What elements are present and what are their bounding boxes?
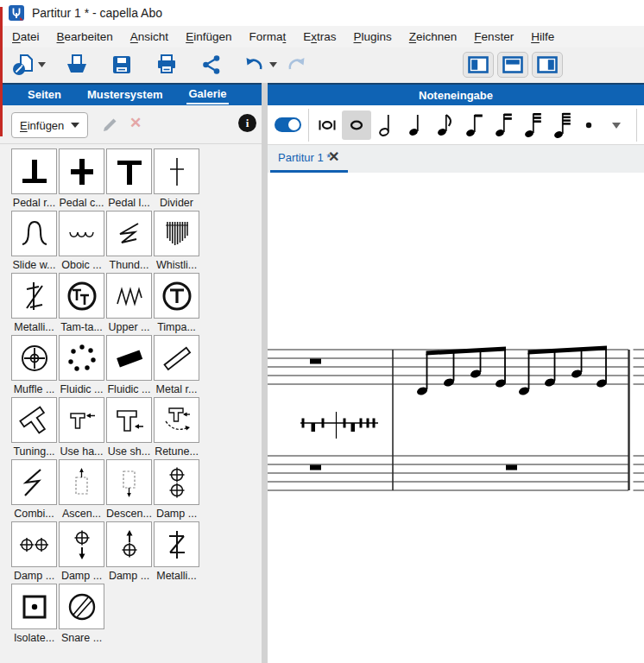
gallery-panel: Einfügen ✕ i Pedal r... Pedal c... Pedal…: [0, 105, 262, 663]
new-document-icon[interactable]: [12, 54, 35, 76]
info-icon[interactable]: i: [238, 114, 256, 132]
gallery-item[interactable]: Tam-ta...: [58, 273, 105, 335]
open-icon[interactable]: [66, 54, 88, 76]
gallery-item[interactable]: Pedal r...: [10, 148, 58, 211]
new-document-dropdown-icon[interactable]: [38, 62, 46, 67]
gallery-item[interactable]: Pedal c...: [58, 148, 105, 211]
view-panel-left-button[interactable]: [463, 52, 494, 78]
gallery-item[interactable]: Fluidic ...: [105, 335, 153, 397]
note-sixteenth-button[interactable]: [459, 110, 489, 140]
score-canvas[interactable]: [268, 173, 644, 663]
close-icon[interactable]: ✕: [328, 148, 339, 165]
fluidic-bar-icon: [111, 340, 148, 376]
gallery-item-label: Metal r...: [156, 383, 198, 395]
panel-splitter[interactable]: [262, 83, 268, 663]
save-icon[interactable]: [110, 54, 133, 76]
sixtyfourth-note-icon: [522, 112, 543, 138]
note-more-dropdown[interactable]: [606, 110, 627, 140]
gallery-item[interactable]: Snare ...: [58, 584, 105, 646]
dot-button[interactable]: [578, 110, 599, 140]
gallery-item[interactable]: Damp ...: [153, 459, 200, 521]
gallery-item-label: Metalli...: [14, 321, 54, 333]
noteneingabe-header: Noteneingabe: [268, 85, 644, 105]
main-toolbar: [0, 47, 644, 83]
document-tab-strip: Partitur 1 * ✕: [268, 145, 644, 173]
gallery-item[interactable]: Muffle ...: [10, 335, 58, 397]
gallery-item[interactable]: Timpa...: [153, 273, 200, 335]
eighth-note-icon: [434, 112, 455, 138]
tam-tam-icon: [64, 278, 100, 314]
gallery-item[interactable]: Slide w...: [10, 211, 58, 273]
note-eighth-button[interactable]: [430, 110, 459, 140]
gallery-item[interactable]: Metalli...: [153, 521, 200, 584]
metallic-scrape-icon: [16, 278, 53, 314]
toggle-knob: [288, 119, 300, 130]
timpani-icon: [159, 278, 195, 314]
menu-bearbeiten[interactable]: Bearbeiten: [48, 30, 122, 43]
gallery-item[interactable]: Metal r...: [153, 335, 200, 397]
insert-dropdown-button[interactable]: Einfügen: [11, 112, 88, 138]
menu-extras[interactable]: Extras: [294, 30, 344, 43]
menu-ansicht[interactable]: Ansicht: [122, 30, 177, 43]
gallery-item-label: Slide w...: [12, 259, 55, 271]
gallery-item[interactable]: Whistli...: [153, 211, 200, 273]
tab-galerie[interactable]: Galerie: [186, 85, 228, 104]
undo-icon[interactable]: [243, 54, 266, 76]
gallery-item[interactable]: Metalli...: [10, 273, 58, 335]
share-icon[interactable]: [200, 54, 223, 76]
gallery-item[interactable]: Use sh...: [105, 397, 153, 459]
gallery-item-label: Muffle ...: [14, 383, 55, 395]
document-tab[interactable]: Partitur 1 *: [278, 151, 331, 164]
menu-zeichnen[interactable]: Zeichnen: [401, 30, 466, 43]
slide-whistle-icon: [16, 216, 53, 252]
gallery-item[interactable]: Damp ...: [10, 521, 58, 584]
note-thirtysecond-button[interactable]: [489, 110, 518, 140]
gallery-item[interactable]: Isolate...: [10, 584, 58, 646]
metal-rod-icon: [159, 340, 195, 376]
quarter-note-icon: [405, 112, 426, 138]
thunder-zigzag-icon: [111, 216, 148, 252]
toolbar-separator: [636, 109, 637, 142]
gallery-item[interactable]: Damp ...: [105, 521, 153, 584]
print-icon[interactable]: [155, 54, 178, 76]
menu-fenster[interactable]: Fenster: [465, 30, 522, 43]
note-128th-button[interactable]: [547, 110, 577, 140]
gallery-item[interactable]: Oboic ...: [58, 211, 105, 273]
gallery-item[interactable]: Combi...: [10, 459, 58, 521]
menu-einfuegen[interactable]: Einfügen: [177, 30, 240, 43]
gallery-item[interactable]: Damp ...: [58, 521, 105, 584]
gallery-item[interactable]: Upper ...: [105, 273, 153, 335]
gallery-item[interactable]: Thund...: [105, 211, 153, 273]
gallery-item[interactable]: Use ha...: [58, 397, 105, 459]
tab-seiten[interactable]: Seiten: [26, 86, 63, 104]
upper-zigzag-icon: [111, 278, 148, 314]
note-half-button[interactable]: [371, 110, 401, 140]
note-breve-button[interactable]: [313, 110, 342, 140]
view-panel-middle-button[interactable]: [497, 52, 528, 78]
gallery-item[interactable]: Pedal l...: [105, 148, 153, 211]
note-quarter-button[interactable]: [401, 110, 430, 140]
menu-hilfe[interactable]: Hilfe: [522, 30, 563, 43]
gallery-item[interactable]: Fluidic ...: [58, 335, 105, 397]
menu-datei[interactable]: Datei: [3, 30, 48, 43]
gallery-item-label: Retune...: [155, 445, 199, 458]
gallery-item[interactable]: Divider: [153, 148, 200, 211]
application-window: Partitur 1 * - capella Abo Datei Bearbei…: [0, 0, 644, 663]
gallery-item[interactable]: Tuning...: [10, 397, 58, 459]
redo-icon: [285, 54, 307, 76]
menu-plugins[interactable]: Plugins: [345, 30, 401, 43]
gallery-item[interactable]: Descen...: [105, 459, 153, 521]
combined-stroke-icon: [16, 464, 53, 501]
note-sixtyfourth-button[interactable]: [518, 110, 547, 140]
note-whole-button[interactable]: [342, 110, 371, 140]
gallery-item[interactable]: Retune...: [153, 397, 200, 459]
gallery-item[interactable]: Ascen...: [58, 459, 105, 521]
menu-format[interactable]: Format: [240, 30, 294, 43]
fluidic-dots-icon: [64, 340, 100, 376]
snare-off-icon: [64, 589, 100, 625]
metallic-scrape-2-icon: [159, 527, 195, 563]
view-panel-right-button[interactable]: [532, 52, 563, 78]
tab-mustersystem[interactable]: Mustersystem: [85, 86, 164, 104]
note-input-toggle[interactable]: [275, 117, 301, 132]
undo-dropdown-icon[interactable]: [269, 62, 277, 67]
